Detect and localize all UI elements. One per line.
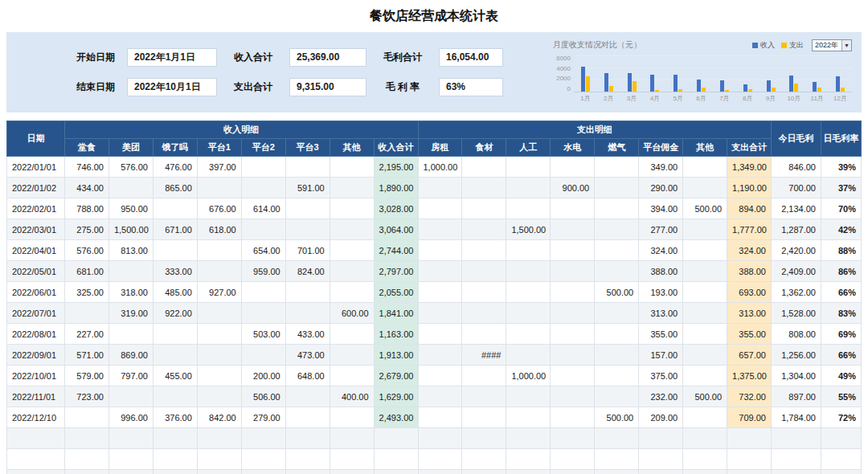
expense-cell[interactable]	[462, 240, 506, 261]
empty-cell[interactable]	[241, 470, 285, 474]
expense-cell[interactable]	[551, 261, 595, 282]
income-cell[interactable]: 922.00	[153, 303, 197, 324]
expense-cell[interactable]	[551, 324, 595, 345]
income-cell[interactable]: 996.00	[108, 407, 153, 428]
empty-cell[interactable]	[65, 470, 109, 474]
profit-cell[interactable]: 2,409.00	[772, 261, 821, 282]
date-cell[interactable]: 2022/01/01	[7, 157, 65, 178]
profit-cell[interactable]: 808.00	[772, 324, 821, 345]
income-cell[interactable]: 591.00	[285, 178, 330, 198]
profit-cell[interactable]: 2,134.00	[772, 198, 821, 219]
empty-cell[interactable]	[506, 449, 551, 470]
income-cell[interactable]: 869.00	[108, 345, 153, 366]
income-cell[interactable]	[241, 282, 285, 303]
income-cell[interactable]: 433.00	[285, 324, 330, 345]
profit-cell[interactable]: 1,362.00	[772, 282, 821, 303]
empty-cell[interactable]	[772, 470, 821, 474]
income-cell[interactable]	[153, 345, 197, 366]
income-total-value[interactable]: 25,369.00	[289, 48, 366, 67]
income-cell[interactable]: 275.00	[65, 219, 109, 240]
income-cell[interactable]: 400.00	[330, 386, 374, 407]
expense-cell[interactable]	[683, 282, 727, 303]
empty-cell[interactable]	[683, 428, 727, 449]
margin-cell[interactable]: 49%	[821, 366, 862, 386]
income-cell[interactable]	[330, 157, 374, 178]
date-cell[interactable]: 2022/06/01	[7, 282, 65, 303]
income-total-cell[interactable]: 2,195.00	[374, 157, 418, 178]
income-cell[interactable]: 959.00	[241, 261, 285, 282]
empty-cell[interactable]	[727, 470, 772, 474]
expense-cell[interactable]	[595, 240, 639, 261]
year-dropdown[interactable]: 2022年 ▼	[812, 39, 852, 51]
expense-total-cell[interactable]: 355.00	[727, 324, 772, 345]
income-cell[interactable]: 927.00	[197, 282, 241, 303]
income-cell[interactable]	[197, 240, 241, 261]
expense-cell[interactable]	[551, 345, 595, 366]
income-cell[interactable]: 842.00	[197, 407, 241, 428]
empty-cell[interactable]	[639, 449, 683, 470]
empty-cell[interactable]	[595, 470, 639, 474]
profit-cell[interactable]: 1,287.00	[772, 219, 821, 240]
income-cell[interactable]	[330, 407, 374, 428]
income-cell[interactable]: 485.00	[153, 282, 197, 303]
expense-cell[interactable]	[551, 219, 595, 240]
empty-cell[interactable]	[285, 470, 330, 474]
expense-cell[interactable]	[551, 407, 595, 428]
empty-cell[interactable]	[772, 428, 821, 449]
expense-cell[interactable]	[683, 178, 727, 198]
income-cell[interactable]	[330, 240, 374, 261]
empty-cell[interactable]	[639, 470, 683, 474]
expense-cell[interactable]	[683, 157, 727, 178]
expense-cell[interactable]	[418, 219, 462, 240]
income-total-cell[interactable]: 2,493.00	[374, 407, 418, 428]
income-cell[interactable]: 701.00	[285, 240, 330, 261]
income-cell[interactable]: 476.00	[153, 157, 197, 178]
income-total-cell[interactable]: 2,744.00	[374, 240, 418, 261]
income-cell[interactable]	[285, 282, 330, 303]
expense-cell[interactable]	[506, 345, 551, 366]
margin-cell[interactable]: 69%	[821, 324, 862, 345]
expense-total-cell[interactable]: 1,349.00	[727, 157, 772, 178]
empty-cell[interactable]	[197, 449, 241, 470]
expense-cell[interactable]: 500.00	[595, 407, 639, 428]
income-cell[interactable]: 788.00	[65, 198, 109, 219]
income-total-cell[interactable]: 1,890.00	[374, 178, 418, 198]
date-cell[interactable]: 2022/05/01	[7, 261, 65, 282]
expense-cell[interactable]	[418, 240, 462, 261]
date-cell[interactable]: 2022/01/02	[7, 178, 65, 198]
empty-cell[interactable]	[595, 449, 639, 470]
income-cell[interactable]	[153, 386, 197, 407]
income-cell[interactable]	[197, 324, 241, 345]
income-cell[interactable]	[241, 345, 285, 366]
income-cell[interactable]	[197, 366, 241, 386]
income-total-cell[interactable]: 2,055.00	[374, 282, 418, 303]
end-date-value[interactable]: 2022年10月1日	[127, 78, 217, 96]
expense-cell[interactable]: 157.00	[639, 345, 683, 366]
empty-cell[interactable]	[7, 428, 65, 449]
income-cell[interactable]: 571.00	[65, 345, 109, 366]
income-cell[interactable]	[285, 386, 330, 407]
empty-cell[interactable]	[683, 470, 727, 474]
income-cell[interactable]: 746.00	[65, 157, 109, 178]
expense-cell[interactable]	[595, 198, 639, 219]
income-cell[interactable]: 318.00	[108, 282, 153, 303]
profit-cell[interactable]: 846.00	[772, 157, 821, 178]
income-total-cell[interactable]: 2,679.00	[374, 366, 418, 386]
income-cell[interactable]: 614.00	[241, 198, 285, 219]
date-cell[interactable]: 2022/02/01	[7, 198, 65, 219]
expense-total-cell[interactable]: 324.00	[727, 240, 772, 261]
income-cell[interactable]	[330, 198, 374, 219]
expense-cell[interactable]	[683, 303, 727, 324]
expense-cell[interactable]: 900.00	[551, 178, 595, 198]
expense-cell[interactable]	[418, 282, 462, 303]
expense-cell[interactable]: 1,000.00	[506, 366, 551, 386]
empty-cell[interactable]	[153, 449, 197, 470]
expense-total-cell[interactable]: 709.00	[727, 407, 772, 428]
income-cell[interactable]	[153, 240, 197, 261]
expense-total-cell[interactable]: 1,190.00	[727, 178, 772, 198]
date-cell[interactable]: 2022/03/01	[7, 219, 65, 240]
empty-cell[interactable]	[462, 449, 506, 470]
expense-cell[interactable]	[551, 240, 595, 261]
margin-cell[interactable]: 70%	[821, 198, 862, 219]
income-cell[interactable]	[285, 157, 330, 178]
